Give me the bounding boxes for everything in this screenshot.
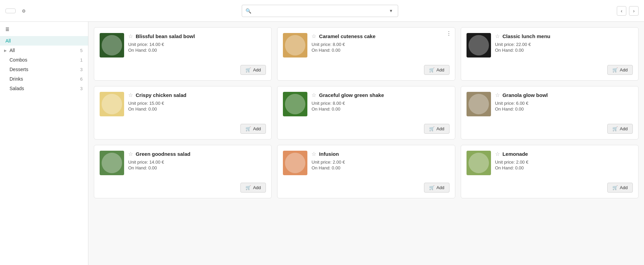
product-name-row: ☆ Graceful glow green shake (311, 92, 449, 99)
product-on-hand: On Hand: 0.00 (311, 165, 449, 170)
product-price: Unit price: 14.00 € (128, 160, 266, 165)
add-btn-row: 🛒 Add (100, 124, 266, 134)
add-button-label: Add (253, 126, 261, 131)
search-dropdown-button[interactable]: ▼ (388, 8, 394, 14)
product-card-header: ☆ Caramel cuteness cake Unit price: 8.00… (283, 33, 449, 57)
add-to-cart-button[interactable]: 🛒 Add (240, 124, 266, 134)
sidebar-item-all-arrow[interactable]: ▶ All 5 (0, 46, 88, 55)
add-to-cart-button[interactable]: 🛒 Add (240, 183, 266, 193)
product-card: ☆ Blissful bean salad bowl Unit price: 1… (94, 27, 272, 81)
next-page-button[interactable]: › (629, 6, 639, 16)
add-to-cart-button[interactable]: 🛒 Add (424, 124, 450, 134)
product-on-hand: On Hand: 0.00 (495, 165, 633, 170)
product-card: ☆ Classic lunch menu Unit price: 22.00 €… (461, 27, 639, 81)
product-card-header: ☆ Blissful bean salad bowl Unit price: 1… (100, 33, 266, 57)
product-image (100, 33, 124, 57)
add-btn-row: 🛒 Add (100, 183, 266, 193)
product-card-header: ☆ Classic lunch menu Unit price: 22.00 €… (467, 33, 633, 57)
favorite-star-icon[interactable]: ☆ (128, 92, 133, 98)
add-btn-row: 🛒 Add (467, 183, 633, 193)
add-button-label: Add (437, 67, 444, 72)
product-name: Classic lunch menu (503, 33, 550, 40)
product-name: Blissful bean salad bowl (136, 33, 195, 40)
product-on-hand: On Hand: 0.00 (128, 165, 266, 170)
add-button-label: Add (620, 126, 628, 131)
back-to-quotation-button[interactable] (5, 9, 16, 13)
product-card: ☆ Lemonade Unit price: 2.00 € On Hand: 0… (461, 145, 639, 198)
search-input[interactable] (254, 8, 385, 14)
product-card: ⋮ ☆ Caramel cuteness cake Unit price: 8.… (277, 27, 455, 81)
product-image (467, 92, 491, 116)
add-btn-row: 🛒 Add (283, 183, 449, 193)
prev-page-button[interactable]: ‹ (617, 6, 626, 16)
product-on-hand: On Hand: 0.00 (128, 106, 266, 112)
cart-icon: 🛒 (245, 126, 251, 131)
product-on-hand: On Hand: 0.00 (311, 48, 449, 53)
cart-icon: 🛒 (245, 185, 251, 190)
product-card-header: ☆ Granola glow bowl Unit price: 6.00 € O… (467, 92, 633, 116)
product-name: Infusion (319, 151, 339, 158)
breadcrumb: ⚙ (20, 8, 26, 14)
add-to-cart-button[interactable]: 🛒 Add (607, 124, 633, 134)
sidebar-item-count: 1 (80, 57, 83, 63)
cart-icon: 🛒 (612, 126, 618, 131)
add-btn-row: 🛒 Add (467, 124, 633, 134)
product-card-header: ☆ Graceful glow green shake Unit price: … (283, 92, 449, 116)
product-info: ☆ Infusion Unit price: 2.00 € On Hand: 0… (311, 151, 449, 170)
sidebar-item-salads[interactable]: Salads 3 (0, 84, 88, 93)
favorite-star-icon[interactable]: ☆ (495, 151, 500, 157)
sidebar-item-label: Combos (10, 57, 27, 63)
favorite-star-icon[interactable]: ☆ (128, 151, 133, 157)
product-image (100, 151, 124, 175)
product-price: Unit price: 2.00 € (495, 160, 633, 165)
svg-point-1 (285, 35, 305, 55)
product-name-row: ☆ Blissful bean salad bowl (128, 33, 266, 40)
gear-icon[interactable]: ⚙ (22, 9, 26, 14)
favorite-star-icon[interactable]: ☆ (311, 151, 316, 157)
product-card-header: ☆ Lemonade Unit price: 2.00 € On Hand: 0… (467, 151, 633, 175)
product-image (467, 33, 491, 57)
product-name-row: ☆ Caramel cuteness cake (311, 33, 449, 40)
product-info: ☆ Lemonade Unit price: 2.00 € On Hand: 0… (495, 151, 633, 170)
main-layout: ☰ All ▶ All 5 Combos 1 Desserts 3 Drinks… (0, 22, 644, 265)
svg-point-6 (102, 153, 122, 173)
add-button-label: Add (437, 126, 444, 131)
add-btn-row: 🛒 Add (283, 65, 449, 75)
favorite-star-icon[interactable]: ☆ (128, 33, 133, 39)
header-left: ⚙ (5, 8, 26, 14)
favorite-star-icon[interactable]: ☆ (495, 33, 500, 39)
sidebar-item-drinks[interactable]: Drinks 6 (0, 74, 88, 84)
product-name-row: ☆ Infusion (311, 151, 449, 158)
favorite-star-icon[interactable]: ☆ (311, 92, 316, 98)
sidebar-item-label: Salads (10, 86, 24, 91)
product-card: ☆ Graceful glow green shake Unit price: … (277, 86, 455, 139)
product-info: ☆ Graceful glow green shake Unit price: … (311, 92, 449, 112)
search-bar: 🔍 ▼ (242, 5, 398, 17)
add-button-label: Add (620, 185, 628, 190)
product-price: Unit price: 6.00 € (495, 101, 633, 106)
breadcrumb-bottom: ⚙ (20, 9, 26, 14)
product-name-row: ☆ Classic lunch menu (495, 33, 633, 40)
product-card: ☆ Green goodness salad Unit price: 14.00… (94, 145, 272, 198)
sidebar-item-all-active[interactable]: All (0, 36, 88, 46)
sidebar-item-desserts[interactable]: Desserts 3 (0, 65, 88, 74)
favorite-star-icon[interactable]: ☆ (311, 33, 316, 39)
add-btn-row: 🛒 Add (467, 65, 633, 75)
favorite-star-icon[interactable]: ☆ (495, 92, 500, 98)
product-image (283, 33, 307, 57)
product-info: ☆ Crispy chicken salad Unit price: 15.00… (128, 92, 266, 112)
add-button-label: Add (620, 67, 628, 72)
add-to-cart-button[interactable]: 🛒 Add (607, 183, 633, 193)
add-to-cart-button[interactable]: 🛒 Add (240, 65, 266, 75)
product-info: ☆ Classic lunch menu Unit price: 22.00 €… (495, 33, 633, 53)
add-to-cart-button[interactable]: 🛒 Add (424, 183, 450, 193)
more-options-button[interactable]: ⋮ (446, 31, 452, 36)
product-name-row: ☆ Green goodness salad (128, 151, 266, 158)
product-price: Unit price: 2.00 € (311, 160, 449, 165)
product-info: ☆ Granola glow bowl Unit price: 6.00 € O… (495, 92, 633, 112)
add-to-cart-button[interactable]: 🛒 Add (424, 65, 450, 75)
sidebar-item-count: 5 (80, 48, 83, 53)
products-area: ☆ Blissful bean salad bowl Unit price: 1… (88, 22, 644, 265)
add-to-cart-button[interactable]: 🛒 Add (607, 65, 633, 75)
sidebar-item-combos[interactable]: Combos 1 (0, 55, 88, 65)
